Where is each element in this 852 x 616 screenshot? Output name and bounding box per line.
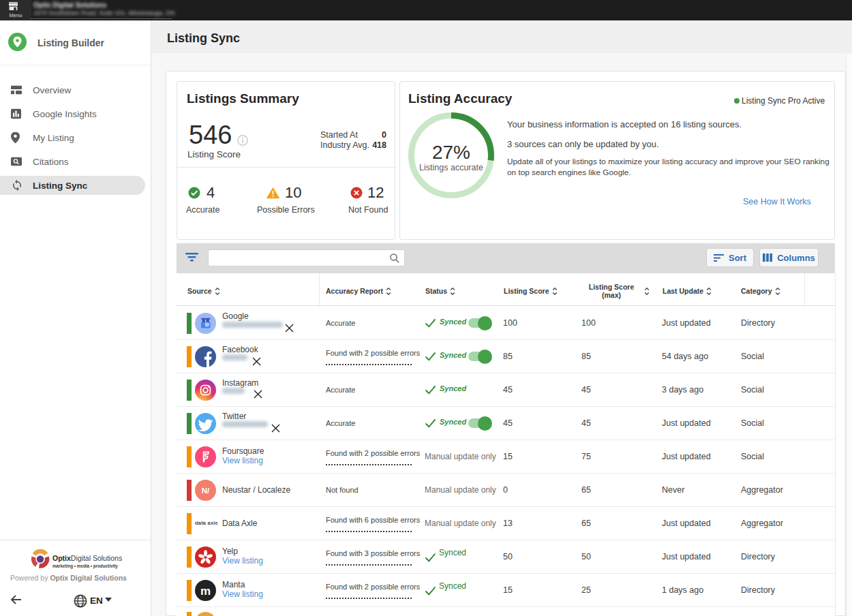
svg-text:marketing • media • productivi: marketing • media • productivity: [52, 564, 118, 569]
svg-text:N/: N/: [202, 487, 210, 495]
svg-text:m: m: [200, 585, 211, 598]
svg-text:OptixDigital Solutions: OptixDigital Solutions: [52, 554, 122, 562]
svg-text:G: G: [206, 322, 209, 326]
